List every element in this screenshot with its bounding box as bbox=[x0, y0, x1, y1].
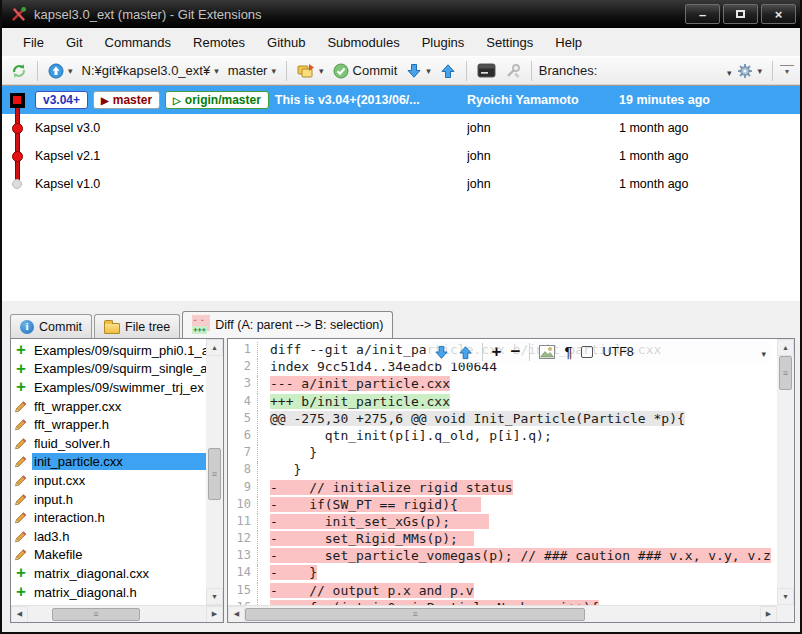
commit-row[interactable]: Kapsel v3.0 john 1 month ago bbox=[2, 114, 800, 142]
branches-filter-input[interactable] bbox=[600, 60, 724, 81]
app-icon bbox=[10, 6, 27, 23]
file-name: fft_wrapper.h bbox=[32, 416, 206, 433]
file-list-item[interactable]: Examples/09/squirm_single_a- bbox=[11, 360, 206, 379]
diff-line-number: 13 bbox=[228, 548, 258, 565]
ref-badge-tag[interactable]: v3.04+ bbox=[35, 91, 88, 109]
decrease-context-button[interactable]: − bbox=[510, 345, 520, 359]
file-list-item[interactable]: lad3.h bbox=[11, 527, 206, 546]
ignore-whitespace-icon[interactable] bbox=[581, 346, 593, 358]
commit-date: 19 minutes ago bbox=[619, 93, 800, 107]
pull-button[interactable] bbox=[403, 61, 434, 81]
scroll-down-arrow[interactable]: ▼ bbox=[206, 588, 223, 605]
refresh-button[interactable] bbox=[8, 61, 30, 81]
branches-filter-dropdown[interactable] bbox=[727, 62, 732, 80]
scroll-up-arrow[interactable]: ▲ bbox=[777, 339, 794, 356]
file-list-item[interactable]: matrix_diagonal.h bbox=[11, 583, 206, 602]
commit-date: 1 month ago bbox=[619, 121, 800, 135]
menu-item-commands[interactable]: Commands bbox=[94, 30, 182, 55]
menu-item-remotes[interactable]: Remotes bbox=[182, 30, 256, 55]
commit-row[interactable]: Kapsel v2.1 john 1 month ago bbox=[2, 142, 800, 170]
horizontal-splitter[interactable] bbox=[2, 301, 800, 311]
toolbar-overflow-button[interactable] bbox=[780, 65, 794, 76]
menu-item-plugins[interactable]: Plugins bbox=[411, 30, 476, 55]
file-list-item[interactable]: input.cxx bbox=[11, 471, 206, 490]
file-list-item[interactable]: Examples/09/swimmer_trj_ex bbox=[11, 378, 206, 397]
tab-diff[interactable]: Diff (A: parent --> B: selection) bbox=[182, 311, 393, 338]
encoding-select[interactable]: UTF8 bbox=[602, 345, 752, 359]
menu-item-help[interactable]: Help bbox=[544, 30, 593, 55]
menu-item-file[interactable]: File bbox=[12, 30, 55, 55]
commit-check-icon bbox=[333, 63, 349, 79]
tab-commit[interactable]: Commit bbox=[10, 314, 92, 338]
file-list-item[interactable]: fluid_solver.h bbox=[11, 434, 206, 453]
scrollbar-thumb[interactable] bbox=[779, 356, 792, 390]
diff-line-text: --- a/init_particle.cxx bbox=[270, 376, 450, 391]
ref-badge-branch[interactable]: ▶master bbox=[93, 91, 160, 109]
file-list-item[interactable]: init_particle.cxx bbox=[11, 453, 206, 472]
commit-row[interactable]: v3.04+▶master▷origin/master This is v3.0… bbox=[2, 86, 800, 114]
file-list-item[interactable]: matrix_diagonal.cxx bbox=[11, 564, 206, 583]
scrollbar-thumb[interactable] bbox=[208, 448, 221, 500]
settings-tools-button[interactable] bbox=[502, 61, 524, 81]
diff-vertical-scrollbar[interactable]: ▲ ▼ bbox=[777, 339, 794, 605]
scroll-down-arrow[interactable]: ▼ bbox=[777, 588, 794, 605]
increase-context-button[interactable]: + bbox=[492, 345, 502, 359]
gear-button[interactable] bbox=[734, 61, 765, 81]
scroll-up-arrow[interactable]: ▲ bbox=[206, 339, 223, 356]
scrollbar-thumb[interactable] bbox=[52, 608, 140, 621]
repository-path-dropdown[interactable]: N:¥git¥kapsel3.0_ext¥ bbox=[79, 61, 222, 80]
file-list-item[interactable]: fft_wrapper.cxx bbox=[11, 397, 206, 416]
menu-item-github[interactable]: Github bbox=[256, 30, 316, 55]
graph-node bbox=[12, 151, 23, 162]
tab-file[interactable]: File tree bbox=[94, 314, 180, 338]
diff-line: 10 - if(SW_PT == rigid){ bbox=[228, 497, 777, 514]
git-extensions-window: kapsel3.0_ext (master) - Git Extensions … bbox=[0, 0, 802, 634]
menu-bar: FileGitCommandsRemotesGithubSubmodulesPl… bbox=[2, 28, 800, 56]
branch-dropdown[interactable]: master bbox=[225, 61, 279, 80]
git-bash-button[interactable] bbox=[474, 61, 499, 80]
diff-line-text: - set_Rigid_MMs(p); bbox=[270, 531, 474, 546]
maximize-button[interactable] bbox=[723, 4, 758, 24]
diff-lines: 1 diff --git a/init_particle.cxx b/init_… bbox=[228, 339, 777, 605]
change-repository-button[interactable] bbox=[45, 61, 76, 81]
image-diff-button[interactable] bbox=[539, 345, 555, 359]
scrollbar-thumb[interactable] bbox=[245, 608, 585, 621]
scroll-left-arrow[interactable]: ◀ bbox=[228, 606, 245, 623]
graph-node bbox=[10, 93, 25, 108]
close-button[interactable]: × bbox=[761, 4, 796, 24]
added-file-icon bbox=[14, 566, 28, 580]
ref-badge-remote[interactable]: ▷origin/master bbox=[165, 91, 269, 109]
file-list-horizontal-scrollbar[interactable]: ◀ ▶ bbox=[11, 605, 223, 622]
graph-node bbox=[12, 123, 23, 134]
main-toolbar: N:¥git¥kapsel3.0_ext¥ master Commit bbox=[2, 56, 800, 85]
file-list-item[interactable]: Examples/09/squirm_phi0.1_a bbox=[11, 341, 206, 360]
scroll-left-arrow[interactable]: ◀ bbox=[11, 606, 28, 623]
diff-horizontal-scrollbar[interactable]: ◀ ▶ bbox=[228, 605, 777, 622]
file-list-item[interactable]: Makefile bbox=[11, 546, 206, 565]
menu-item-submodules[interactable]: Submodules bbox=[316, 30, 410, 55]
diff-line-number: 6 bbox=[228, 428, 258, 445]
commit-row[interactable]: Kapsel v1.0 john 1 month ago bbox=[2, 170, 800, 198]
push-button[interactable] bbox=[437, 61, 459, 81]
commit-author: john bbox=[467, 121, 619, 135]
file-list-item[interactable]: input.h bbox=[11, 490, 206, 509]
added-file-icon bbox=[14, 343, 28, 357]
show-whitespace-button[interactable]: ¶ bbox=[564, 345, 572, 359]
menu-item-git[interactable]: Git bbox=[55, 30, 94, 55]
minimize-button[interactable]: – bbox=[685, 4, 720, 24]
diff-line-number: 3 bbox=[228, 376, 258, 393]
file-list-item[interactable]: fft_wrapper.h bbox=[11, 415, 206, 434]
next-change-button[interactable] bbox=[458, 345, 473, 360]
stash-button[interactable] bbox=[294, 61, 327, 81]
file-list-item[interactable]: interaction.h bbox=[11, 508, 206, 527]
push-arrow-icon bbox=[440, 63, 456, 79]
toolbar-separator bbox=[286, 61, 287, 81]
encoding-dropdown-arrow[interactable] bbox=[761, 343, 766, 361]
scroll-right-arrow[interactable]: ▶ bbox=[206, 606, 223, 623]
scroll-right-arrow[interactable]: ▶ bbox=[760, 606, 777, 623]
commit-button[interactable]: Commit bbox=[330, 61, 401, 81]
file-list-vertical-scrollbar[interactable]: ▲ ▼ bbox=[206, 339, 223, 605]
graph-cell bbox=[2, 114, 32, 142]
previous-change-button[interactable] bbox=[434, 345, 449, 360]
menu-item-settings[interactable]: Settings bbox=[475, 30, 544, 55]
